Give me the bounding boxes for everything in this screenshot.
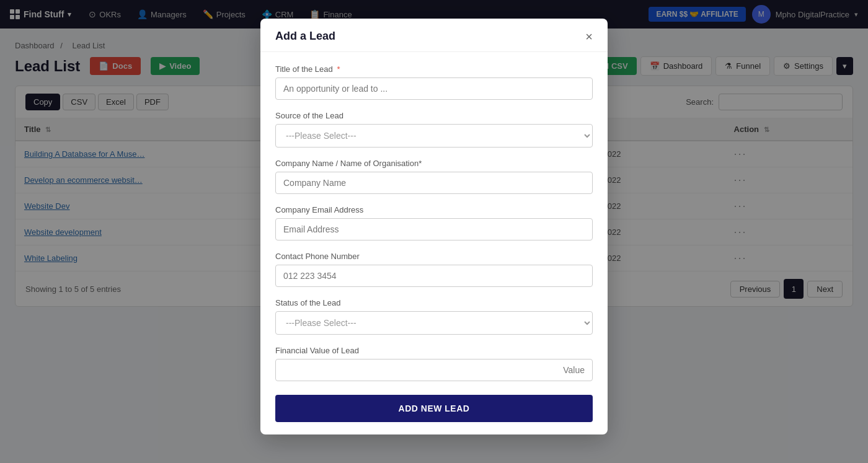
- email-input[interactable]: [275, 218, 593, 240]
- company-input[interactable]: [275, 172, 593, 194]
- form-group-email: Company Email Address: [275, 205, 593, 240]
- source-label: Source of the Lead: [275, 111, 593, 120]
- form-group-title: Title of the Lead *: [275, 64, 593, 100]
- title-input[interactable]: [275, 77, 593, 100]
- source-select[interactable]: ---Please Select---: [275, 124, 593, 148]
- form-group-company: Company Name / Name of Organisation*: [275, 159, 593, 194]
- status-label: Status of the Lead: [275, 298, 593, 307]
- add-lead-modal: Add a Lead × Title of the Lead * Source …: [260, 19, 608, 319]
- modal-body: Title of the Lead * Source of the Lead -…: [260, 52, 608, 319]
- company-label: Company Name / Name of Organisation*: [275, 159, 593, 168]
- title-label: Title of the Lead *: [275, 64, 593, 74]
- form-group-phone: Contact Phone Number: [275, 252, 593, 287]
- phone-input[interactable]: [275, 265, 593, 287]
- phone-label: Contact Phone Number: [275, 252, 593, 261]
- modal-title: Add a Lead: [275, 30, 335, 43]
- form-group-source: Source of the Lead ---Please Select---: [275, 111, 593, 148]
- email-label: Company Email Address: [275, 205, 593, 214]
- modal-close-button[interactable]: ×: [585, 30, 593, 43]
- required-indicator: *: [337, 64, 340, 74]
- modal-overlay[interactable]: Add a Lead × Title of the Lead * Source …: [0, 0, 868, 319]
- modal-header: Add a Lead ×: [260, 19, 608, 52]
- form-group-status: Status of the Lead ---Please Select---: [275, 298, 593, 319]
- status-select[interactable]: ---Please Select---: [275, 311, 593, 319]
